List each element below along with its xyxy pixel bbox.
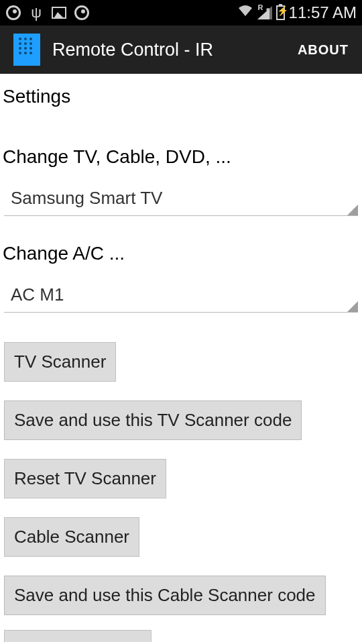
- settings-heading: Settings: [0, 74, 362, 111]
- reset-tv-scanner-button[interactable]: Reset TV Scanner: [4, 459, 166, 498]
- signal-icon: R: [257, 6, 272, 19]
- save-tv-scanner-button[interactable]: Save and use this TV Scanner code: [4, 400, 302, 440]
- dropdown-icon: [347, 301, 358, 312]
- button-area: TV Scanner Save and use this TV Scanner …: [0, 313, 362, 642]
- settings-content: Settings Change TV, Cable, DVD, ... Sams…: [0, 74, 362, 642]
- ac-spinner-label: Change A/C ...: [0, 216, 362, 267]
- save-cable-scanner-button[interactable]: Save and use this Cable Scanner code: [4, 576, 326, 615]
- status-right-icons: R 11:57 AM: [237, 3, 357, 22]
- status-left-icons: [5, 5, 90, 21]
- wifi-icon: [237, 4, 253, 21]
- tv-scanner-button[interactable]: TV Scanner: [4, 342, 116, 382]
- image-notification-icon: [51, 5, 67, 21]
- cable-scanner-button[interactable]: Cable Scanner: [4, 517, 139, 557]
- app-icon: [13, 34, 40, 66]
- dropdown-icon: [347, 205, 358, 215]
- battery-icon: [276, 5, 285, 20]
- app-bar: Remote Control - IR ABOUT: [0, 25, 362, 74]
- app-notification-icon: [5, 5, 21, 21]
- status-bar: R 11:57 AM: [0, 0, 362, 25]
- partial-button[interactable]: [4, 630, 152, 642]
- tv-spinner-label: Change TV, Cable, DVD, ...: [0, 111, 362, 170]
- tv-spinner[interactable]: Samsung Smart TV: [4, 185, 358, 216]
- tv-spinner-value: Samsung Smart TV: [11, 188, 162, 208]
- ac-spinner[interactable]: AC M1: [4, 282, 358, 313]
- usb-icon: [28, 5, 44, 21]
- ac-spinner-value: AC M1: [11, 284, 64, 305]
- app-notification-icon-2: [74, 5, 90, 21]
- app-title: Remote Control - IR: [52, 40, 298, 60]
- clock: 11:57 AM: [289, 3, 357, 22]
- about-button[interactable]: ABOUT: [298, 42, 349, 58]
